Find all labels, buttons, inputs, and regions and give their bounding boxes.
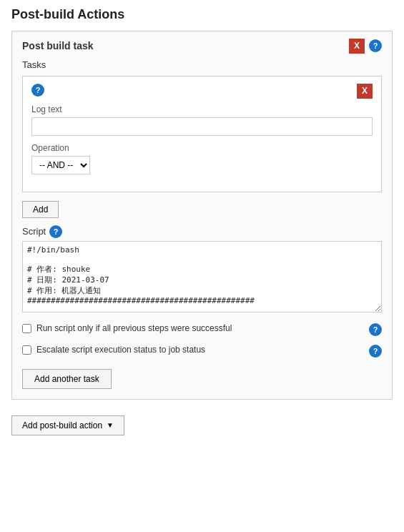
task-close-button[interactable]: X — [357, 84, 373, 99]
task-inner-card: ? X Log text Operation -- AND -- -- OR -… — [22, 76, 382, 192]
add-post-build-action-label: Add post-build action — [22, 420, 102, 430]
task-help-icon[interactable]: ? — [31, 84, 44, 97]
escalate-script-label: Escalate script execution status to job … — [36, 345, 361, 355]
add-post-build-action-button[interactable]: Add post-build action ▼ — [11, 415, 124, 435]
script-textarea[interactable]: #!/bin/bash # 作者: shouke # 日期: 2021-03-0… — [22, 241, 382, 312]
run-script-label: Run script only if all previous steps we… — [36, 323, 361, 333]
log-text-label: Log text — [31, 104, 373, 114]
page-container: Post-build Actions Post build task X ? T… — [0, 0, 404, 450]
operation-label: Operation — [31, 143, 373, 153]
log-text-field-group: Log text — [31, 104, 373, 136]
section-close-button[interactable]: X — [349, 39, 365, 54]
run-script-help-icon[interactable]: ? — [369, 323, 382, 336]
escalate-script-checkbox[interactable] — [22, 345, 31, 355]
script-label: Script — [22, 226, 46, 237]
script-section: Script ? #!/bin/bash # 作者: shouke # 日期: … — [22, 225, 382, 315]
add-another-task-button[interactable]: Add another task — [22, 369, 112, 389]
operation-field-group: Operation -- AND -- -- OR -- — [31, 143, 373, 174]
script-label-row: Script ? — [22, 225, 382, 238]
section-header: Post build task X ? — [22, 39, 382, 54]
escalate-script-help-icon[interactable]: ? — [369, 345, 382, 358]
section-help-icon[interactable]: ? — [369, 39, 382, 52]
checkbox-row-1: Run script only if all previous steps we… — [22, 323, 382, 336]
script-help-icon[interactable]: ? — [49, 225, 62, 238]
post-build-task-card: Post build task X ? Tasks ? X Log text O… — [11, 31, 393, 400]
task-inner-header: ? X — [31, 84, 373, 99]
run-script-checkbox[interactable] — [22, 324, 31, 333]
tasks-label: Tasks — [22, 59, 382, 70]
operation-select[interactable]: -- AND -- -- OR -- — [31, 156, 90, 174]
checkbox-row-2: Escalate script execution status to job … — [22, 345, 382, 358]
log-text-input[interactable] — [31, 117, 373, 136]
page-title: Post-build Actions — [11, 7, 393, 22]
dropdown-arrow-icon: ▼ — [107, 421, 114, 429]
add-button-container: Add — [22, 200, 382, 218]
section-title: Post build task — [22, 40, 94, 51]
add-button[interactable]: Add — [22, 201, 59, 218]
top-right-buttons: X ? — [349, 39, 382, 54]
